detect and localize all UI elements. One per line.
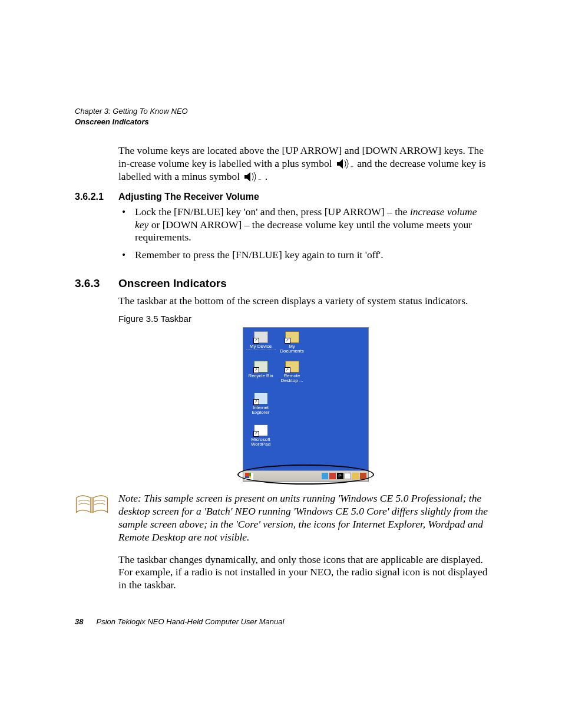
- speaker-plus-icon: +: [336, 159, 353, 169]
- note-block: Note: This sample screen is present on u…: [75, 492, 492, 544]
- heading-title: Onscreen Indicators: [118, 277, 227, 290]
- desktop-icon: ↗Internet Explorer: [246, 393, 276, 416]
- section-line: Onscreen Indicators: [75, 117, 492, 127]
- connect-icon: [322, 473, 328, 479]
- speaker-minus-icon: −: [243, 172, 261, 182]
- page-footer: 38 Psion Teklogix NEO Hand-Held Computer…: [75, 617, 284, 626]
- desktop-icon-label: Recycle Bin: [246, 374, 276, 378]
- desktop-icon-label: Microsoft WordPad: [246, 437, 276, 447]
- pen-icon: [360, 473, 366, 479]
- bullet-item: Lock the [FN/BLUE] key 'on' and then, pr…: [118, 206, 492, 245]
- desktop-screenshot: ↗My Device↗My Documents↗Recycle Bin↗Remo…: [243, 327, 369, 482]
- chapter-line: Chapter 3: Getting To Know NEO: [75, 106, 492, 117]
- footer-title: Psion Teklogix NEO Hand-Held Computer Us…: [96, 617, 284, 626]
- document-icon: [345, 473, 351, 479]
- desktop-icon: ↗Microsoft WordPad: [246, 424, 276, 447]
- intro-paragraph: The volume keys are located above the [U…: [118, 144, 492, 183]
- heading-3-6-2-1: 3.6.2.1 Adjusting The Receiver Volume: [75, 192, 492, 202]
- desktop-icon: ↗Recycle Bin: [246, 361, 276, 378]
- desktop-icon-label: My Documents: [277, 344, 307, 354]
- start-button-icon: [245, 473, 253, 480]
- keyboard-p-icon: P: [337, 473, 343, 479]
- desktop-icon-label: My Device: [246, 344, 276, 350]
- heading-3-6-3: 3.6.3 Onscreen Indicators: [75, 277, 492, 290]
- heading-number: 3.6.2.1: [75, 192, 118, 202]
- running-header: Chapter 3: Getting To Know NEO Onscreen …: [75, 106, 492, 127]
- tray: P: [322, 473, 366, 479]
- taskbar: P: [243, 470, 368, 481]
- bullet-item: Remember to press the [FN/BLUE] key agai…: [118, 249, 492, 262]
- svg-text:+: +: [351, 163, 353, 169]
- desktop-icon: ↗My Documents: [277, 331, 307, 354]
- desktop-icon: ↗Remote Desktop ...: [277, 361, 307, 384]
- security-icon: [329, 473, 336, 479]
- note-text: Note: This sample screen is present on u…: [118, 492, 492, 544]
- svg-text:−: −: [258, 176, 261, 182]
- page-number: 38: [75, 617, 83, 626]
- desktop-icon-label: Remote Desktop ...: [277, 374, 307, 384]
- desktop-icon-label: Internet Explorer: [246, 406, 276, 416]
- taskbar-para: The taskbar at the bottom of the screen …: [118, 295, 492, 308]
- heading-title: Adjusting The Receiver Volume: [118, 192, 259, 202]
- taskbar-para-2: The taskbar changes dynamically, and onl…: [118, 554, 492, 592]
- heading-number: 3.6.3: [75, 277, 118, 290]
- folder-icon: [352, 473, 359, 479]
- desktop-icon: ↗My Device: [246, 331, 276, 350]
- figure-caption: Figure 3.5 Taskbar: [118, 314, 492, 324]
- bullet-list: Lock the [FN/BLUE] key 'on' and then, pr…: [118, 206, 492, 262]
- figure-3-5: ↗My Device↗My Documents↗Recycle Bin↗Remo…: [118, 327, 492, 482]
- open-book-icon: [75, 495, 109, 515]
